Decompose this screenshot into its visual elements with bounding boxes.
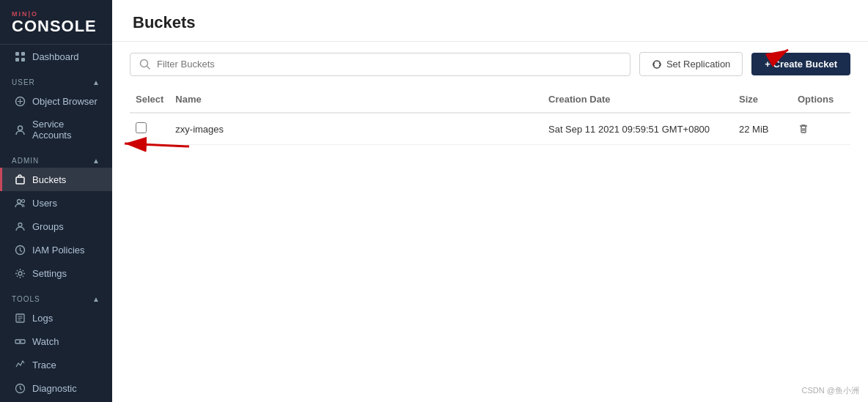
object-icon <box>14 95 26 107</box>
watch-icon <box>14 335 26 347</box>
main-content: Buckets Set Replication + Create Bucket … <box>112 0 868 402</box>
sidebar-section-user[interactable]: USER ▲ <box>0 68 112 89</box>
settings-icon <box>14 267 26 279</box>
sidebar-section-admin[interactable]: ADMIN ▲ <box>0 146 112 168</box>
watch-label: Watch <box>32 336 59 347</box>
logo-area: MIN|O CONSOLE <box>0 0 112 45</box>
table-body: zxy-images Sat Sep 11 2021 09:59:51 GMT+… <box>130 113 850 145</box>
sidebar-section-tools[interactable]: TOOLS ▲ <box>0 285 112 306</box>
logo-console: CONSOLE <box>12 18 100 35</box>
table-row: zxy-images Sat Sep 11 2021 09:59:51 GMT+… <box>130 113 850 145</box>
sidebar-item-object-browser[interactable]: Object Browser <box>0 89 112 113</box>
sidebar-item-groups[interactable]: Groups <box>0 215 112 238</box>
buckets-label: Buckets <box>32 174 66 185</box>
bucket-icon <box>14 174 26 185</box>
logs-icon <box>14 312 26 324</box>
row-creation-date: Sat Sep 11 2021 09:59:51 GMT+0800 <box>542 113 733 145</box>
sidebar-item-watch[interactable]: Watch <box>0 330 112 353</box>
th-creation-date: Creation Date <box>542 86 733 113</box>
user-section-chevron: ▲ <box>92 78 100 86</box>
row-size: 22 MiB <box>733 113 792 145</box>
sidebar-dashboard-label: Dashboard <box>32 51 79 62</box>
search-icon <box>139 59 151 70</box>
set-replication-button[interactable]: Set Replication <box>639 52 743 76</box>
users-label: Users <box>32 198 57 209</box>
sidebar: MIN|O CONSOLE Dashboard USER ▲ Object Br… <box>0 0 112 402</box>
sidebar-item-dashboard[interactable]: Dashboard <box>0 45 112 68</box>
buckets-table-container: Select Name Creation Date Size Options z… <box>112 86 868 402</box>
row-name: zxy-images <box>169 113 542 145</box>
th-size: Size <box>733 86 792 113</box>
search-bar[interactable] <box>130 53 630 76</box>
buckets-table: Select Name Creation Date Size Options z… <box>130 86 850 145</box>
toolbar: Set Replication + Create Bucket <box>112 42 868 86</box>
sidebar-item-diagnostic[interactable]: Diagnostic <box>0 376 112 400</box>
diagnostic-icon <box>14 382 26 394</box>
svg-point-9 <box>18 223 22 226</box>
create-bucket-button[interactable]: + Create Bucket <box>751 53 850 75</box>
diagnostic-label: Diagnostic <box>32 383 77 394</box>
svg-rect-1 <box>21 52 25 56</box>
tools-section-chevron: ▲ <box>92 295 100 303</box>
sidebar-item-logs[interactable]: Logs <box>0 306 112 330</box>
page-title: Buckets <box>133 13 847 32</box>
trace-label: Trace <box>32 360 56 371</box>
sidebar-item-settings[interactable]: Settings <box>0 261 112 285</box>
svg-rect-3 <box>21 58 25 62</box>
dashboard-icon <box>14 51 26 62</box>
settings-label: Settings <box>32 268 67 279</box>
admin-section-chevron: ▲ <box>92 157 100 165</box>
svg-point-11 <box>18 272 22 275</box>
svg-point-8 <box>21 199 24 202</box>
groups-icon <box>14 220 26 232</box>
sidebar-item-users[interactable]: Users <box>0 191 112 215</box>
sidebar-item-trace[interactable]: Trace <box>0 353 112 376</box>
svg-point-14 <box>19 340 21 343</box>
groups-label: Groups <box>32 221 64 232</box>
trace-icon <box>14 359 26 371</box>
sidebar-item-service-accounts[interactable]: Service Accounts <box>0 113 112 146</box>
table-header: Select Name Creation Date Size Options <box>130 86 850 113</box>
sidebar-item-buckets[interactable]: Buckets <box>0 168 112 191</box>
users-icon <box>14 197 26 209</box>
service-accounts-label: Service Accounts <box>32 119 100 141</box>
svg-rect-2 <box>15 58 19 62</box>
object-browser-label: Object Browser <box>32 96 98 107</box>
create-bucket-label: + Create Bucket <box>765 59 837 70</box>
iam-policies-label: IAM Policies <box>32 245 85 256</box>
th-select: Select <box>130 86 169 113</box>
service-accounts-icon <box>14 124 26 135</box>
svg-rect-0 <box>15 52 19 56</box>
svg-point-5 <box>18 126 22 130</box>
row-options[interactable] <box>792 113 850 145</box>
page-header: Buckets <box>112 0 868 42</box>
delete-icon[interactable] <box>798 123 845 135</box>
sidebar-item-iam-policies[interactable]: IAM Policies <box>0 238 112 261</box>
iam-icon <box>14 244 26 256</box>
set-replication-label: Set Replication <box>666 59 730 70</box>
watermark: CSDN @鱼小洲 <box>802 385 859 396</box>
row-select[interactable] <box>130 113 169 145</box>
th-name: Name <box>169 86 542 113</box>
logs-label: Logs <box>32 313 53 324</box>
row-checkbox[interactable] <box>136 122 147 133</box>
th-options: Options <box>792 86 850 113</box>
svg-point-7 <box>17 199 21 203</box>
svg-rect-6 <box>16 177 24 184</box>
search-input[interactable] <box>157 59 621 70</box>
